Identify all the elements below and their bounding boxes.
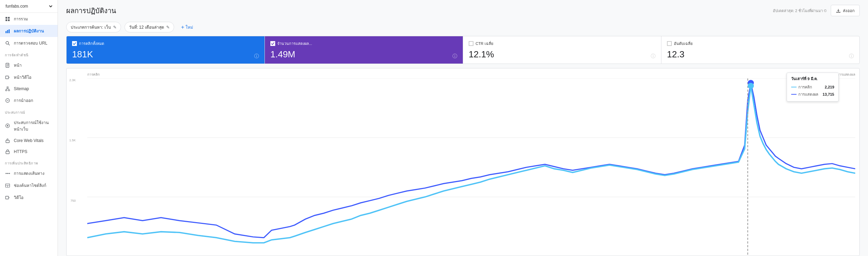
- sidebar-item-label: การนำออก: [14, 97, 33, 104]
- metric-card-position[interactable]: อันดับเฉลี่ย 12.3 ⓘ: [661, 36, 859, 64]
- metric-value-clicks: 181K: [72, 49, 93, 59]
- date-label: วันที่: 12 เดือนล่าสุด: [129, 24, 164, 30]
- sidebar-item-label: ช่องค้นหาไซต์ลิงก์: [14, 182, 46, 189]
- clicks-dot: [748, 83, 754, 88]
- edit-icon: ✎: [166, 25, 170, 30]
- sidebar-item-label: Sitemap: [14, 86, 29, 91]
- sidebar-section-indexing: การจัดทำดัชนี: [0, 49, 58, 59]
- edit-icon: ✎: [113, 25, 117, 30]
- header-right: อัปเดตล่าสุด: 2 ชั่วโมงที่ผ่านมา © ส่งออ…: [773, 5, 860, 16]
- metrics-row: การคลิกทั้งหมด 181K ⓘ จำนวนการแสดงผล... …: [66, 36, 860, 64]
- grid-icon: [5, 16, 10, 22]
- search-icon: [5, 40, 10, 46]
- sidebar-item-https[interactable]: HTTPS: [0, 146, 58, 157]
- info-icon-ctr[interactable]: ⓘ: [651, 53, 656, 59]
- svg-rect-16: [6, 90, 7, 91]
- svg-rect-2: [6, 19, 7, 21]
- remove-icon: [5, 98, 10, 103]
- download-icon: [836, 8, 841, 13]
- sidebar-item-label: HTTPS: [14, 149, 27, 154]
- svg-point-28: [6, 173, 7, 174]
- metric-value-impressions: 1.49M: [270, 49, 295, 59]
- tooltip-label-impressions: การแสดงผล: [791, 91, 818, 97]
- svg-rect-27: [6, 151, 9, 154]
- sidebar-item-removal[interactable]: การนำออก: [0, 94, 58, 106]
- y-tick-2: 750: [69, 199, 76, 202]
- metric-card-ctr[interactable]: CTR เฉลี่ย 12.1% ⓘ: [463, 36, 661, 64]
- sidebar: funfabs.com การรวม ผลการปฏิบัติงาน การตร…: [0, 0, 58, 256]
- metric-header-position: อันดับเฉลี่ย: [667, 40, 854, 47]
- experience-icon: [5, 123, 10, 129]
- search-type-filter[interactable]: ประเภทการค้นหา: เว็บ ✎: [66, 22, 121, 32]
- tooltip-row-impressions: การแสดงผล 13,715: [791, 91, 834, 97]
- sidebar-item-pages[interactable]: หน้า: [0, 59, 58, 71]
- clicks-line: [87, 86, 855, 243]
- svg-point-32: [9, 173, 10, 174]
- clicks-line-legend: [791, 87, 797, 87]
- sidebar-item-label: หน้า: [14, 62, 22, 68]
- sidebar-item-sitelinks[interactable]: ช่องค้นหาไซต์ลิงก์: [0, 179, 58, 191]
- sidebar-item-page-experience[interactable]: ประสบการณ์ใช้งานหน้าเว็บ: [0, 116, 58, 135]
- sitemap-icon: [5, 86, 10, 92]
- sidebar-item-sitemap[interactable]: Sitemap: [0, 83, 58, 94]
- svg-marker-37: [9, 197, 10, 198]
- sidebar-item-videos[interactable]: หน้าวิดีโอ: [0, 71, 58, 83]
- sidebar-item-breadcrumbs[interactable]: การแสดงเส้นทาง: [0, 167, 58, 179]
- sidebar-item-label: Core Web Vitals: [14, 138, 43, 143]
- impressions-line-legend: [791, 94, 797, 95]
- sidebar-item-url-inspector[interactable]: การตรวจสอบ URL: [0, 37, 58, 49]
- sidebar-section-experience: ประสบการณ์: [0, 106, 58, 116]
- date-filter[interactable]: วันที่: 12 เดือนล่าสุด ✎: [124, 22, 174, 32]
- domain-select[interactable]: funfabs.com: [4, 3, 53, 9]
- sidebar-item-label: ผลการปฏิบัติงาน: [14, 28, 44, 34]
- svg-point-30: [7, 173, 8, 174]
- sidebar-item-performance[interactable]: ผลการปฏิบัติงาน: [0, 25, 58, 37]
- bar-chart-icon: [5, 28, 10, 34]
- sidebar-item-overview[interactable]: การรวม: [0, 13, 58, 25]
- metric-card-clicks[interactable]: การคลิกทั้งหมด 181K ⓘ: [67, 36, 265, 64]
- add-filter-button[interactable]: + ใหม่: [178, 22, 197, 32]
- updated-text: อัปเดตล่าสุด: 2 ชั่วโมงที่ผ่านมา ©: [773, 8, 827, 14]
- tooltip-row-clicks: การคลิก 2,219: [791, 84, 834, 90]
- svg-rect-4: [6, 31, 7, 33]
- y-tick-0: 2.3K: [69, 78, 76, 82]
- svg-rect-5: [7, 30, 8, 33]
- chart-y-label: การคลิก: [87, 72, 100, 77]
- svg-rect-0: [6, 17, 7, 19]
- metric-checkbox-clicks[interactable]: [72, 41, 77, 46]
- metric-checkbox-position[interactable]: [667, 41, 672, 46]
- breadcrumb-icon: [5, 171, 10, 176]
- domain-selector[interactable]: funfabs.com: [0, 0, 58, 13]
- metric-header-impressions: จำนวนการแสดงผล...: [270, 40, 457, 47]
- sidebar-item-video2[interactable]: วิดีโอ: [0, 191, 58, 203]
- svg-marker-14: [9, 77, 10, 78]
- sidebar-item-label: การรวม: [14, 16, 28, 22]
- info-icon-impressions[interactable]: ⓘ: [452, 53, 457, 59]
- svg-rect-26: [6, 140, 9, 143]
- export-button[interactable]: ส่งออก: [831, 5, 860, 16]
- lock-open-icon: [5, 138, 10, 143]
- svg-rect-17: [8, 90, 10, 91]
- sidebar-section-enhancements: การเพิ่มประสิทธิภาพ: [0, 157, 58, 167]
- chart-tooltip: วันเสาร์ที่ 9 มี.ค. การคลิก 2,219 การแสด…: [787, 73, 839, 102]
- info-icon-position[interactable]: ⓘ: [849, 53, 854, 59]
- metric-card-impressions[interactable]: จำนวนการแสดงผล... 1.49M ⓘ: [265, 36, 463, 64]
- metric-header-clicks: การคลิกทั้งหมด: [72, 40, 259, 47]
- page-title: ผลการปฏิบัติงาน: [66, 5, 116, 16]
- sidebar-item-core-web-vitals[interactable]: Core Web Vitals: [0, 135, 58, 146]
- chart-svg: [87, 78, 855, 256]
- metric-checkbox-ctr[interactable]: [469, 41, 473, 46]
- plus-icon: +: [181, 24, 184, 30]
- lock-icon: [5, 149, 10, 154]
- sidebar-item-label: ประสบการณ์ใช้งานหน้าเว็บ: [14, 119, 53, 132]
- video2-icon: [5, 195, 10, 200]
- y-tick-1: 1.5K: [69, 139, 76, 142]
- metric-label-impressions: จำนวนการแสดงผล...: [277, 40, 312, 47]
- chart-container: การคลิก การแสดงผล 2.3K 1.5K 750 0 10K 10…: [66, 68, 860, 256]
- tooltip-impressions-text: การแสดงผล: [798, 91, 818, 97]
- info-icon-clicks[interactable]: ⓘ: [254, 53, 259, 59]
- metric-checkbox-impressions[interactable]: [270, 41, 275, 46]
- sidebar-item-label: วิดีโอ: [14, 194, 23, 201]
- tooltip-label-clicks: การคลิก: [791, 84, 812, 90]
- metric-header-ctr: CTR เฉลี่ย: [469, 40, 656, 47]
